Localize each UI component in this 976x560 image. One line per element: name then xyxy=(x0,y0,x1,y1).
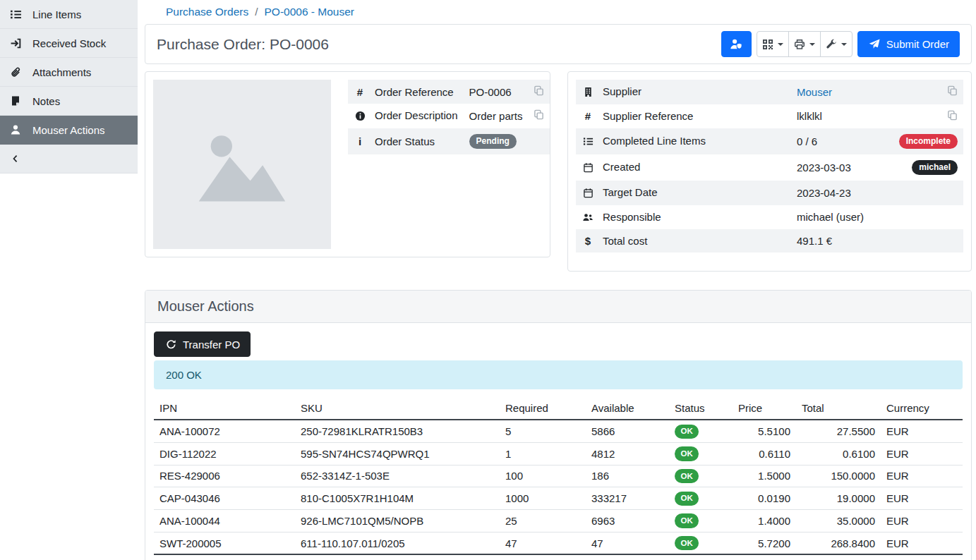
sidebar-item-label: Mouser Actions xyxy=(32,124,105,136)
column-header-total: Total xyxy=(796,399,881,420)
user-icon xyxy=(9,123,22,136)
cell-required: 100 xyxy=(500,465,586,487)
breadcrumb-link-purchase-orders[interactable]: Purchase Orders xyxy=(166,6,248,18)
breadcrumb-link-current-order[interactable]: PO-0006 - Mouser xyxy=(264,6,354,18)
page-header: Purchase Order: PO-0006 xyxy=(145,24,972,64)
cell-available: 186 xyxy=(586,465,669,487)
detail-value: Order parts xyxy=(464,104,529,128)
info-icon: i xyxy=(354,135,366,147)
detail-label: Order Reference xyxy=(375,86,454,98)
transfer-po-button[interactable]: Transfer PO xyxy=(154,331,251,357)
copy-icon[interactable] xyxy=(947,85,958,96)
barcode-menu-button[interactable] xyxy=(757,31,789,57)
sidebar-item-attachments[interactable]: Attachments xyxy=(0,58,138,87)
detail-label: Total cost xyxy=(603,235,647,247)
line-item-row: RES-429006652-3314Z-1-503E100186OK1.5000… xyxy=(154,465,963,487)
cell-price: 1.4000 xyxy=(733,509,796,532)
line-item-row: ANA-100044926-LMC7101QM5/NOPB256963OK1.4… xyxy=(154,509,963,532)
line-items-header-row: IPNSKURequiredAvailableStatusPriceTotalC… xyxy=(154,399,963,420)
line-item-row: ANA-100072250-72981KLRATR150B355866OK5.5… xyxy=(154,420,963,442)
status-ok-badge: OK xyxy=(675,469,699,483)
breadcrumb-separator: / xyxy=(255,6,258,18)
detail-value: lklklkl xyxy=(791,104,893,128)
sidebar-item-mouser-actions[interactable]: Mouser Actions xyxy=(0,116,138,145)
print-menu-button[interactable] xyxy=(788,31,821,57)
cell-required: 47 xyxy=(500,532,586,554)
order-details-table: #Order Reference PO-0006 Order Descripti… xyxy=(348,80,550,154)
order-info-card: #Order Reference PO-0006 Order Descripti… xyxy=(145,71,550,257)
cell-currency: EUR xyxy=(881,532,963,554)
footer-total-label: Total xyxy=(154,554,295,560)
copy-icon[interactable] xyxy=(947,110,958,121)
supplier-link[interactable]: Mouser xyxy=(797,86,832,98)
cell-ipn: ANA-100044 xyxy=(154,509,295,532)
hash-icon: # xyxy=(354,86,366,98)
incomplete-badge: Incomplete xyxy=(899,134,958,149)
cell-ipn: DIG-112022 xyxy=(154,442,295,465)
page-title: Purchase Order: PO-0006 xyxy=(157,36,329,53)
column-header-status: Status xyxy=(669,399,733,420)
dollar-icon: $ xyxy=(582,235,594,247)
header-button-group xyxy=(757,31,853,57)
cell-status: OK xyxy=(669,487,733,510)
sidebar-item-received-stock[interactable]: Received Stock xyxy=(0,29,138,58)
cell-sku: 652-3314Z-1-503E xyxy=(295,465,500,487)
panel-header: Mouser Actions xyxy=(145,291,971,323)
cell-currency: EUR xyxy=(881,420,963,442)
caret-down-icon xyxy=(809,43,815,46)
panel-title: Mouser Actions xyxy=(157,298,959,315)
cell-status: OK xyxy=(669,442,733,465)
chevron-left-icon xyxy=(9,152,22,165)
cell-status: OK xyxy=(669,420,733,442)
detail-row-supplier: Supplier Mouser xyxy=(576,80,963,104)
cell-currency: EUR xyxy=(881,442,963,465)
transfer-po-label: Transfer PO xyxy=(183,339,240,351)
printer-icon xyxy=(793,38,806,51)
sidebar: Line Items Received Stock Attachments No… xyxy=(0,0,138,560)
refresh-icon xyxy=(164,338,177,351)
detail-row-completed-line-items: Completed Line Items 0 / 6 Incomplete xyxy=(576,128,963,154)
cell-currency: EUR xyxy=(881,509,963,532)
status-ok-badge: OK xyxy=(675,513,699,528)
supplier-details-table: Supplier Mouser #Supplier Reference lklk… xyxy=(576,80,963,252)
caret-down-icon xyxy=(841,43,847,46)
line-item-row: CAP-043046810-C1005X7R1H104M1000333217OK… xyxy=(154,487,963,510)
cell-status: OK xyxy=(669,532,733,554)
sidebar-item-line-items[interactable]: Line Items xyxy=(0,0,138,29)
status-ok-badge: OK xyxy=(675,446,699,461)
tools-icon xyxy=(825,38,838,51)
sidebar-item-notes[interactable]: Notes xyxy=(0,87,138,116)
app-root: Line Items Received Stock Attachments No… xyxy=(0,0,976,560)
status-ok-badge: OK xyxy=(675,492,699,506)
cell-price: 5.7200 xyxy=(733,532,796,554)
cell-ipn: CAP-043046 xyxy=(154,487,295,510)
cell-total: 268.8400 xyxy=(796,532,881,554)
cell-status: OK xyxy=(669,509,733,532)
cell-available: 6963 xyxy=(586,509,669,532)
sidebar-collapse-button[interactable] xyxy=(0,145,138,174)
order-details-section: #Order Reference PO-0006 Order Descripti… xyxy=(145,71,972,272)
user-shield-button[interactable] xyxy=(721,31,752,57)
main-content: Purchase Orders / PO-0006 - Mouser Purch… xyxy=(138,0,976,560)
status-ok-badge: OK xyxy=(675,425,699,439)
sidebar-item-label: Received Stock xyxy=(32,37,106,49)
detail-label: Supplier Reference xyxy=(603,110,693,122)
cell-ipn: RES-429006 xyxy=(154,465,295,487)
breadcrumb: Purchase Orders / PO-0006 - Mouser xyxy=(145,0,972,24)
status-ok-badge: OK xyxy=(675,536,699,550)
footer-total-value: 501.0000 xyxy=(796,554,881,560)
header-actions: Submit Order xyxy=(721,31,960,57)
building-icon xyxy=(582,86,594,99)
detail-label: Target Date xyxy=(603,186,658,198)
detail-label: Order Description xyxy=(375,109,458,121)
detail-row-order-description: Order Description Order parts xyxy=(348,104,550,128)
caret-down-icon xyxy=(778,43,783,46)
detail-label: Completed Line Items xyxy=(603,135,706,147)
copy-icon[interactable] xyxy=(534,109,544,120)
detail-row-target-date: Target Date 2023-04-23 xyxy=(576,181,963,205)
mouser-actions-panel: Mouser Actions Transfer PO 200 OK IPNSKU… xyxy=(145,290,972,560)
submit-order-button[interactable]: Submit Order xyxy=(857,31,960,57)
copy-icon[interactable] xyxy=(534,85,544,96)
sidebar-item-label: Line Items xyxy=(32,8,81,20)
order-actions-menu-button[interactable] xyxy=(820,31,853,57)
